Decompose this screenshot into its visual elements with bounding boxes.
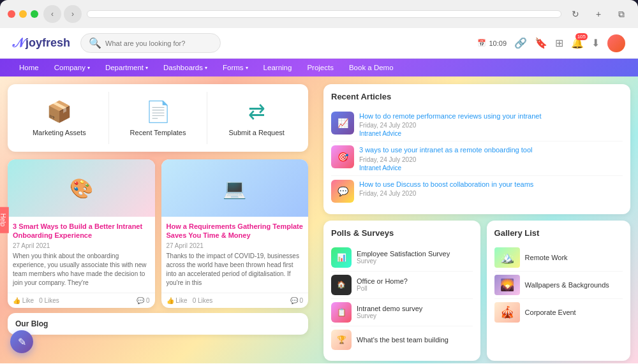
blog-image-0: 🎨 <box>8 159 155 217</box>
quick-link-marketing-assets[interactable]: 📦 Marketing Assets <box>15 92 103 144</box>
poll-thumb-3: 🏆 <box>331 330 352 350</box>
nav-label-forms: Forms <box>223 64 244 71</box>
nav-item-projects[interactable]: Projects <box>300 59 340 76</box>
nav-label-book-demo: Book a Demo <box>349 64 394 71</box>
article-title-0[interactable]: How to do remote performance reviews usi… <box>359 112 623 120</box>
address-bar[interactable] <box>87 10 561 18</box>
quick-link-submit-request[interactable]: ⇄ Submit a Request <box>212 92 300 144</box>
blog-card-1: 💻 How a Requirements Gathering Template … <box>161 159 309 308</box>
like-count-0: 0 Likes <box>39 297 59 304</box>
poll-thumb-0: 📊 <box>331 247 352 268</box>
poll-item-3: 🏆 What's the best team building <box>331 326 473 353</box>
maximize-button[interactable] <box>31 10 38 18</box>
nav-item-dashboards[interactable]: Dashboards ▾ <box>157 59 214 76</box>
article-date-0: Friday, 24 July 2020 <box>359 122 623 129</box>
fab-button[interactable]: ✎ <box>10 330 33 353</box>
poll-info-3: What's the best team building <box>357 336 473 344</box>
blog-excerpt-0: When you think about the onboarding expe… <box>13 252 150 288</box>
comment-icon-0: 💬 0 <box>137 297 149 304</box>
recent-templates-label: Recent Templates <box>130 129 186 136</box>
blog-card-0: 🎨 3 Smart Ways to Build a Better Intrane… <box>8 159 155 308</box>
minimize-button[interactable] <box>19 10 27 18</box>
like-button-1[interactable]: 👍 Like <box>167 297 188 304</box>
gallery-card: Gallery List 🏔️ Remote Work 🌄 Wallpapers… <box>487 221 630 361</box>
nav-item-company[interactable]: Company ▾ <box>48 59 96 76</box>
nav-item-learning[interactable]: Learning <box>257 59 299 76</box>
main-content: Help 📦 Marketing Assets 📄 Recent Templat… <box>0 76 638 363</box>
time-display: 10:09 <box>489 40 507 47</box>
avatar[interactable] <box>607 34 625 52</box>
nav-item-forms[interactable]: Forms ▾ <box>216 59 255 76</box>
blog-excerpt-1: Thanks to the impact of COVID-19, busine… <box>167 252 304 288</box>
poll-name-0[interactable]: Employee Satisfaction Survey <box>357 250 473 258</box>
gallery-name-1[interactable]: Wallpapers & Backgrounds <box>525 281 609 289</box>
article-item-1: 🎯 3 ways to use your intranet as a remot… <box>331 142 623 175</box>
poll-name-1[interactable]: Office or Home? <box>357 277 473 285</box>
search-input[interactable] <box>105 40 212 47</box>
poll-info-0: Employee Satisfaction Survey Survey <box>357 250 473 265</box>
quick-link-recent-templates[interactable]: 📄 Recent Templates <box>114 92 202 144</box>
notification-icon[interactable]: 🔔 105 <box>571 37 584 49</box>
header-right: 📅 10:09 🔗 🔖 ⊞ 🔔 105 ⬇ <box>477 34 625 52</box>
article-date-2: Friday, 24 July 2020 <box>359 190 623 197</box>
templates-icon: 📄 <box>145 99 171 124</box>
polls-card: Polls & Surveys 📊 Employee Satisfaction … <box>323 221 480 361</box>
logo-text: joyfresh <box>26 36 70 50</box>
article-tag-1[interactable]: Intranet Advice <box>359 164 623 171</box>
left-panel: 📦 Marketing Assets 📄 Recent Templates ⇄ … <box>0 76 316 363</box>
search-bar[interactable]: 🔍 <box>80 33 221 53</box>
poll-type-1: Poll <box>357 285 473 292</box>
gallery-thumb-2: 🎪 <box>494 302 520 323</box>
poll-name-3[interactable]: What's the best team building <box>357 336 473 344</box>
gallery-thumb-0: 🏔️ <box>494 247 520 268</box>
nav-item-home[interactable]: Home <box>13 59 45 76</box>
chevron-down-icon: ▾ <box>87 65 90 71</box>
poll-name-2[interactable]: Intranet demo survey <box>357 305 473 312</box>
blog-title-0[interactable]: 3 Smart Ways to Build a Better Intranet … <box>13 222 150 240</box>
recent-articles-card: Recent Articles 📈 How to do remote perfo… <box>323 84 630 214</box>
article-title-2[interactable]: How to use Discuss to boost collaboratio… <box>359 180 623 189</box>
bookmark-icon[interactable]: 🔖 <box>535 37 547 49</box>
traffic-lights <box>8 10 38 18</box>
article-item-0: 📈 How to do remote performance reviews u… <box>331 108 623 142</box>
nav-label-dashboards: Dashboards <box>163 64 203 71</box>
chevron-down-icon: ▾ <box>145 65 148 71</box>
right-panel: Recent Articles 📈 How to do remote perfo… <box>316 76 638 363</box>
article-thumb-0: 📈 <box>331 112 354 135</box>
grid-icon[interactable]: ⊞ <box>555 37 563 49</box>
close-button[interactable] <box>8 10 15 18</box>
help-tab[interactable]: Help <box>0 207 9 233</box>
new-tab-button[interactable]: + <box>590 5 607 23</box>
forward-button[interactable]: › <box>64 5 82 23</box>
search-icon: 🔍 <box>89 37 101 49</box>
blog-title-1[interactable]: How a Requirements Gathering Template Sa… <box>167 222 304 240</box>
chevron-down-icon: ▾ <box>205 65 207 71</box>
blog-image-1: 💻 <box>161 159 309 217</box>
article-title-1[interactable]: 3 ways to use your intranet as a remote … <box>359 145 623 154</box>
gallery-item-2: 🎪 Corporate Event <box>494 299 623 326</box>
polls-gallery-row: Polls & Surveys 📊 Employee Satisfaction … <box>323 221 630 361</box>
translate-icon[interactable]: 🔗 <box>514 37 527 49</box>
window-button[interactable]: ⧉ <box>612 5 630 23</box>
our-blog: Our Blog <box>8 313 308 335</box>
like-count-1: 0 Likes <box>193 297 213 304</box>
poll-type-0: Survey <box>357 258 473 265</box>
notification-badge: 105 <box>575 33 588 40</box>
poll-item-0: 📊 Employee Satisfaction Survey Survey <box>331 244 473 272</box>
article-tag-0[interactable]: Intranet Advice <box>359 130 623 137</box>
like-button-0[interactable]: 👍 Like <box>13 297 34 304</box>
chevron-down-icon: ▾ <box>246 65 248 71</box>
poll-thumb-2: 📋 <box>331 302 352 323</box>
app-nav: Home Company ▾ Department ▾ Dashboards ▾… <box>0 59 638 76</box>
box-icon: 📦 <box>47 99 72 124</box>
article-info-0: How to do remote performance reviews usi… <box>359 112 623 137</box>
gallery-name-0[interactable]: Remote Work <box>525 254 568 261</box>
gallery-item-0: 🏔️ Remote Work <box>494 244 623 272</box>
poll-info-1: Office or Home? Poll <box>357 277 473 292</box>
gallery-name-2[interactable]: Corporate Event <box>525 309 576 316</box>
download-icon[interactable]: ⬇ <box>591 37 600 49</box>
back-button[interactable]: ‹ <box>43 5 61 23</box>
refresh-button[interactable]: ↻ <box>567 5 584 23</box>
nav-item-department[interactable]: Department ▾ <box>99 59 154 76</box>
nav-item-book-demo[interactable]: Book a Demo <box>343 59 400 76</box>
